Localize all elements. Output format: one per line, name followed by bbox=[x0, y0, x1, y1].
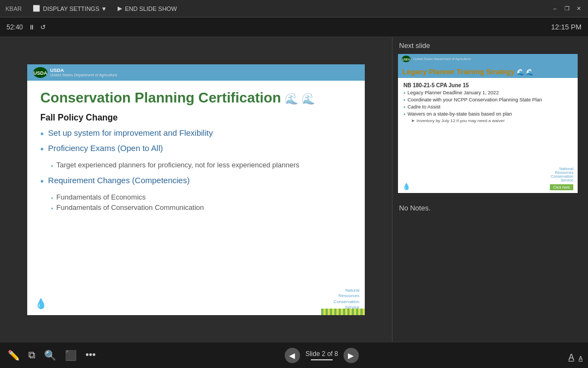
sub-text-2-1: Target experienced planners for proficie… bbox=[57, 161, 299, 169]
bottom-bar: ✏️ ⧉ 🔍 ⬛ ••• ◀ Slide 2 of 8 ▶ bbox=[0, 342, 588, 368]
taskbar-label: KBAR bbox=[5, 5, 22, 12]
slide-body: Conservation Planning Certification 🌊 🌊 … bbox=[27, 81, 365, 299]
bullet-dot-1: • bbox=[40, 129, 44, 139]
usda-text: USDA bbox=[50, 68, 117, 73]
tbullet-3: • bbox=[403, 104, 406, 110]
thumb-nb: NB 180-21-5 CPA June 15 bbox=[403, 82, 572, 88]
wave-icons: 🌊 🌊 bbox=[285, 93, 315, 105]
bullet-text-1: Set up system for improvement and Flexib… bbox=[48, 128, 213, 137]
right-panel: Next slide USDA United States Department… bbox=[392, 37, 588, 342]
display-settings-button[interactable]: ⬜ DISPLAY SETTINGS ▼ bbox=[33, 5, 107, 12]
next-slide-thumbnail[interactable]: USDA United States Department of Agricul… bbox=[398, 54, 578, 193]
minimize-button[interactable]: – bbox=[551, 5, 559, 13]
bullet-item-1: • Set up system for improvement and Flex… bbox=[40, 128, 352, 139]
search-tool-icon[interactable]: 🔍 bbox=[44, 349, 56, 361]
thumb-bullet-2: • Coordinate with your NCPP Conservation… bbox=[403, 97, 572, 103]
thumb-usda-icon: USDA bbox=[401, 55, 411, 63]
top-bar: KBAR ⬜ DISPLAY SETTINGS ▼ ▶ END SLIDE SH… bbox=[0, 0, 588, 17]
slide-area: USDA USDA United States Department of Ag… bbox=[0, 37, 392, 342]
thumb-bullet-1: • Legacy Planner Deadline January 1, 202… bbox=[403, 90, 572, 96]
bullet-dot-2: • bbox=[40, 144, 44, 154]
svg-text:USDA: USDA bbox=[402, 58, 411, 61]
sub-dot-2-1: • bbox=[51, 163, 53, 169]
sub-list-2: • Target experienced planners for profic… bbox=[40, 161, 299, 171]
tbullet-4: • bbox=[403, 111, 406, 117]
thumb-bullet-4: • Waivers on a state-by-state basis base… bbox=[403, 111, 572, 117]
current-time: 12:15 PM bbox=[551, 23, 581, 31]
nrcs-text: NaturalResourcesConservationService bbox=[334, 288, 359, 311]
copy-tool-icon[interactable]: ⧉ bbox=[28, 349, 35, 361]
thumb-bullet-text-3: Cadre to Assist bbox=[408, 104, 441, 110]
nrcs-logo-area: NaturalResourcesConservationService bbox=[334, 288, 359, 311]
thumb-sub-text: Inventory by July 12 if you may need a w… bbox=[416, 118, 505, 123]
slide-container: USDA USDA United States Department of Ag… bbox=[27, 64, 365, 315]
slide-title-text: Conservation Planning Certification bbox=[40, 89, 281, 106]
timer-display: 52:40 bbox=[7, 23, 23, 31]
usda-subtext: United States Department of Agriculture bbox=[50, 73, 117, 77]
bullet-text-2: Proficiency Exams (Open to All) bbox=[48, 143, 163, 153]
sub-text-3-1: Fundamentals of Economics bbox=[57, 193, 146, 201]
thumb-bullet-list: • Legacy Planner Deadline January 1, 202… bbox=[403, 90, 572, 117]
bullet-item-3: • Requirement Changes (Competencies) • F… bbox=[40, 176, 352, 214]
notes-section: No Notes. bbox=[393, 198, 588, 218]
water-drop-icon: 💧 bbox=[35, 298, 47, 310]
thumb-slide-title: Legacy Planner Training Strategy bbox=[402, 68, 514, 76]
bullet-dot-3: • bbox=[40, 177, 44, 186]
tbullet-1: • bbox=[403, 90, 406, 96]
usda-emblem-icon: USDA bbox=[33, 67, 48, 79]
thumb-body: NB 180-21-5 CPA June 15 • Legacy Planner… bbox=[398, 78, 578, 129]
thumb-bullet-text-4: Waivers on a state-by-state basis based … bbox=[408, 111, 512, 117]
refresh-icon[interactable]: ↺ bbox=[40, 23, 46, 31]
next-slide-label: Next slide bbox=[393, 37, 588, 54]
thumb-nrcs-text: NationalResourcesConservationService bbox=[551, 167, 573, 182]
main-area: USDA USDA United States Department of Ag… bbox=[0, 37, 588, 342]
controls-bar: 52:40 ⏸ ↺ 12:15 PM bbox=[0, 17, 588, 37]
sub-list-3: • Fundamentals of Economics • Fundamenta… bbox=[40, 193, 204, 214]
next-slide-button[interactable]: ▶ bbox=[344, 348, 359, 363]
main-bullet-list: • Set up system for improvement and Flex… bbox=[40, 128, 352, 214]
thumb-title-bar: Legacy Planner Training Strategy 🌊 🌊 bbox=[398, 65, 578, 78]
slide-indicator-line bbox=[311, 359, 333, 360]
sub-text-3-2: Fundamentals of Conservation Communicati… bbox=[57, 203, 204, 212]
display-settings-label: DISPLAY SETTINGS ▼ bbox=[43, 5, 107, 12]
end-slideshow-label: END SLIDE SHOW bbox=[125, 5, 176, 12]
thumb-bullet-text-1: Legacy Planner Deadline January 1, 2022 bbox=[408, 90, 499, 95]
sub-dot-3-2: • bbox=[51, 206, 53, 212]
slide-header-bar: USDA USDA United States Department of Ag… bbox=[27, 64, 365, 81]
prev-slide-button[interactable]: ◀ bbox=[285, 348, 300, 363]
slide-subtitle: Fall Policy Change bbox=[40, 113, 352, 123]
sub-dot-3-1: • bbox=[51, 195, 53, 201]
usda-logo: USDA USDA United States Department of Ag… bbox=[33, 67, 117, 79]
sub-item-2-1: • Target experienced planners for profic… bbox=[51, 161, 299, 169]
thumb-water-drop-icon: 💧 bbox=[402, 183, 411, 190]
thumb-green-button[interactable]: Click here bbox=[550, 184, 573, 190]
sub-item-3-2: • Fundamentals of Conservation Communica… bbox=[51, 203, 204, 212]
thumb-sub-bullet: ➤ Inventory by July 12 if you may need a… bbox=[403, 118, 572, 123]
bullet-item-2: • Proficiency Exams (Open to All) • Targ… bbox=[40, 143, 352, 171]
slide-title: Conservation Planning Certification 🌊 🌊 bbox=[40, 89, 352, 106]
thumb-sub-arrow: ➤ bbox=[411, 118, 415, 123]
end-slideshow-button[interactable]: ▶ END SLIDE SHOW bbox=[118, 5, 176, 12]
bottom-tools: ✏️ ⧉ 🔍 ⬛ ••• bbox=[8, 349, 96, 361]
thumb-header-bar: USDA United States Department of Agricul… bbox=[398, 54, 578, 65]
pen-tool-icon[interactable]: ✏️ bbox=[8, 349, 20, 361]
svg-text:USDA: USDA bbox=[33, 70, 47, 76]
close-button[interactable]: ✕ bbox=[575, 5, 583, 13]
thumb-bullet-text-2: Coordinate with your NCPP Conservation P… bbox=[408, 97, 542, 102]
slideshow-icon: ▶ bbox=[118, 5, 122, 12]
slide-indicator: Slide 2 of 8 bbox=[305, 350, 338, 360]
notes-text: No Notes. bbox=[399, 204, 431, 212]
more-tool-icon[interactable]: ••• bbox=[85, 349, 96, 361]
tbullet-2: • bbox=[403, 97, 406, 103]
slide-navigation: ◀ Slide 2 of 8 ▶ bbox=[285, 348, 359, 363]
thumb-usda-subtext: United States Department of Agriculture bbox=[413, 57, 471, 61]
bullet-text-3: Requirement Changes (Competencies) bbox=[48, 176, 189, 185]
thumb-bullet-3: • Cadre to Assist bbox=[403, 104, 572, 110]
slide-stripe bbox=[321, 309, 365, 315]
display-icon: ⬜ bbox=[33, 5, 40, 12]
slide-info-text: Slide 2 of 8 bbox=[305, 350, 338, 358]
restore-button[interactable]: ❐ bbox=[563, 5, 571, 13]
sub-item-3-1: • Fundamentals of Economics bbox=[51, 193, 204, 201]
pause-icon[interactable]: ⏸ bbox=[28, 23, 35, 31]
crop-tool-icon[interactable]: ⬛ bbox=[65, 349, 77, 361]
